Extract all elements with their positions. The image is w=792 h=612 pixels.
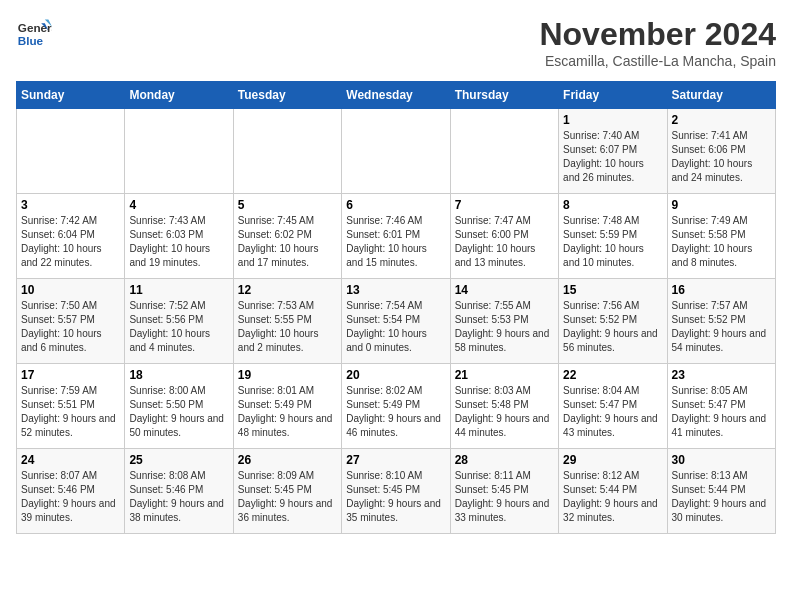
day-info: Sunrise: 7:46 AM Sunset: 6:01 PM Dayligh… <box>346 214 445 270</box>
calendar-cell: 19Sunrise: 8:01 AM Sunset: 5:49 PM Dayli… <box>233 364 341 449</box>
day-info: Sunrise: 8:11 AM Sunset: 5:45 PM Dayligh… <box>455 469 554 525</box>
calendar-cell: 5Sunrise: 7:45 AM Sunset: 6:02 PM Daylig… <box>233 194 341 279</box>
calendar-cell: 17Sunrise: 7:59 AM Sunset: 5:51 PM Dayli… <box>17 364 125 449</box>
calendar-week-row: 10Sunrise: 7:50 AM Sunset: 5:57 PM Dayli… <box>17 279 776 364</box>
calendar-cell: 21Sunrise: 8:03 AM Sunset: 5:48 PM Dayli… <box>450 364 558 449</box>
calendar-cell <box>17 109 125 194</box>
calendar-cell: 27Sunrise: 8:10 AM Sunset: 5:45 PM Dayli… <box>342 449 450 534</box>
calendar-cell: 28Sunrise: 8:11 AM Sunset: 5:45 PM Dayli… <box>450 449 558 534</box>
day-number: 2 <box>672 113 771 127</box>
day-info: Sunrise: 7:45 AM Sunset: 6:02 PM Dayligh… <box>238 214 337 270</box>
calendar-cell: 10Sunrise: 7:50 AM Sunset: 5:57 PM Dayli… <box>17 279 125 364</box>
calendar-header-row: SundayMondayTuesdayWednesdayThursdayFrid… <box>17 82 776 109</box>
calendar-week-row: 17Sunrise: 7:59 AM Sunset: 5:51 PM Dayli… <box>17 364 776 449</box>
day-number: 22 <box>563 368 662 382</box>
calendar-cell <box>125 109 233 194</box>
calendar-cell: 15Sunrise: 7:56 AM Sunset: 5:52 PM Dayli… <box>559 279 667 364</box>
calendar-cell: 14Sunrise: 7:55 AM Sunset: 5:53 PM Dayli… <box>450 279 558 364</box>
day-number: 24 <box>21 453 120 467</box>
calendar-cell: 29Sunrise: 8:12 AM Sunset: 5:44 PM Dayli… <box>559 449 667 534</box>
day-info: Sunrise: 8:01 AM Sunset: 5:49 PM Dayligh… <box>238 384 337 440</box>
month-title: November 2024 <box>539 16 776 53</box>
day-info: Sunrise: 8:04 AM Sunset: 5:47 PM Dayligh… <box>563 384 662 440</box>
day-info: Sunrise: 8:03 AM Sunset: 5:48 PM Dayligh… <box>455 384 554 440</box>
day-number: 20 <box>346 368 445 382</box>
day-number: 25 <box>129 453 228 467</box>
location-subtitle: Escamilla, Castille-La Mancha, Spain <box>539 53 776 69</box>
svg-text:Blue: Blue <box>18 34 44 47</box>
day-info: Sunrise: 8:13 AM Sunset: 5:44 PM Dayligh… <box>672 469 771 525</box>
calendar-cell: 9Sunrise: 7:49 AM Sunset: 5:58 PM Daylig… <box>667 194 775 279</box>
day-info: Sunrise: 8:08 AM Sunset: 5:46 PM Dayligh… <box>129 469 228 525</box>
day-number: 17 <box>21 368 120 382</box>
day-info: Sunrise: 7:54 AM Sunset: 5:54 PM Dayligh… <box>346 299 445 355</box>
day-number: 6 <box>346 198 445 212</box>
day-info: Sunrise: 7:42 AM Sunset: 6:04 PM Dayligh… <box>21 214 120 270</box>
day-number: 4 <box>129 198 228 212</box>
day-info: Sunrise: 7:47 AM Sunset: 6:00 PM Dayligh… <box>455 214 554 270</box>
calendar-cell: 11Sunrise: 7:52 AM Sunset: 5:56 PM Dayli… <box>125 279 233 364</box>
day-number: 30 <box>672 453 771 467</box>
day-header-wednesday: Wednesday <box>342 82 450 109</box>
day-info: Sunrise: 7:48 AM Sunset: 5:59 PM Dayligh… <box>563 214 662 270</box>
day-info: Sunrise: 7:49 AM Sunset: 5:58 PM Dayligh… <box>672 214 771 270</box>
calendar-cell: 25Sunrise: 8:08 AM Sunset: 5:46 PM Dayli… <box>125 449 233 534</box>
day-number: 10 <box>21 283 120 297</box>
calendar-week-row: 1Sunrise: 7:40 AM Sunset: 6:07 PM Daylig… <box>17 109 776 194</box>
calendar-cell: 23Sunrise: 8:05 AM Sunset: 5:47 PM Dayli… <box>667 364 775 449</box>
calendar-cell: 16Sunrise: 7:57 AM Sunset: 5:52 PM Dayli… <box>667 279 775 364</box>
day-header-tuesday: Tuesday <box>233 82 341 109</box>
day-info: Sunrise: 7:59 AM Sunset: 5:51 PM Dayligh… <box>21 384 120 440</box>
calendar-cell: 18Sunrise: 8:00 AM Sunset: 5:50 PM Dayli… <box>125 364 233 449</box>
day-number: 11 <box>129 283 228 297</box>
day-header-sunday: Sunday <box>17 82 125 109</box>
calendar-cell: 3Sunrise: 7:42 AM Sunset: 6:04 PM Daylig… <box>17 194 125 279</box>
day-header-saturday: Saturday <box>667 82 775 109</box>
page-header: General Blue November 2024 Escamilla, Ca… <box>16 16 776 69</box>
day-info: Sunrise: 7:53 AM Sunset: 5:55 PM Dayligh… <box>238 299 337 355</box>
day-number: 29 <box>563 453 662 467</box>
day-number: 19 <box>238 368 337 382</box>
day-info: Sunrise: 8:07 AM Sunset: 5:46 PM Dayligh… <box>21 469 120 525</box>
logo: General Blue <box>16 16 52 52</box>
day-number: 14 <box>455 283 554 297</box>
day-header-friday: Friday <box>559 82 667 109</box>
day-number: 26 <box>238 453 337 467</box>
day-info: Sunrise: 8:02 AM Sunset: 5:49 PM Dayligh… <box>346 384 445 440</box>
day-info: Sunrise: 8:05 AM Sunset: 5:47 PM Dayligh… <box>672 384 771 440</box>
day-info: Sunrise: 7:56 AM Sunset: 5:52 PM Dayligh… <box>563 299 662 355</box>
day-info: Sunrise: 7:50 AM Sunset: 5:57 PM Dayligh… <box>21 299 120 355</box>
day-header-thursday: Thursday <box>450 82 558 109</box>
day-info: Sunrise: 8:09 AM Sunset: 5:45 PM Dayligh… <box>238 469 337 525</box>
day-info: Sunrise: 8:10 AM Sunset: 5:45 PM Dayligh… <box>346 469 445 525</box>
calendar-week-row: 24Sunrise: 8:07 AM Sunset: 5:46 PM Dayli… <box>17 449 776 534</box>
day-number: 8 <box>563 198 662 212</box>
day-info: Sunrise: 7:57 AM Sunset: 5:52 PM Dayligh… <box>672 299 771 355</box>
day-number: 18 <box>129 368 228 382</box>
day-number: 12 <box>238 283 337 297</box>
calendar-cell: 1Sunrise: 7:40 AM Sunset: 6:07 PM Daylig… <box>559 109 667 194</box>
day-header-monday: Monday <box>125 82 233 109</box>
day-number: 9 <box>672 198 771 212</box>
day-number: 21 <box>455 368 554 382</box>
day-info: Sunrise: 7:43 AM Sunset: 6:03 PM Dayligh… <box>129 214 228 270</box>
day-info: Sunrise: 8:00 AM Sunset: 5:50 PM Dayligh… <box>129 384 228 440</box>
calendar-cell <box>233 109 341 194</box>
day-info: Sunrise: 7:41 AM Sunset: 6:06 PM Dayligh… <box>672 129 771 185</box>
calendar-cell <box>450 109 558 194</box>
calendar-cell: 12Sunrise: 7:53 AM Sunset: 5:55 PM Dayli… <box>233 279 341 364</box>
calendar-cell: 24Sunrise: 8:07 AM Sunset: 5:46 PM Dayli… <box>17 449 125 534</box>
calendar-cell: 4Sunrise: 7:43 AM Sunset: 6:03 PM Daylig… <box>125 194 233 279</box>
day-number: 28 <box>455 453 554 467</box>
calendar-cell: 13Sunrise: 7:54 AM Sunset: 5:54 PM Dayli… <box>342 279 450 364</box>
calendar-table: SundayMondayTuesdayWednesdayThursdayFrid… <box>16 81 776 534</box>
title-area: November 2024 Escamilla, Castille-La Man… <box>539 16 776 69</box>
day-number: 16 <box>672 283 771 297</box>
day-number: 13 <box>346 283 445 297</box>
calendar-cell <box>342 109 450 194</box>
day-number: 27 <box>346 453 445 467</box>
day-info: Sunrise: 7:52 AM Sunset: 5:56 PM Dayligh… <box>129 299 228 355</box>
calendar-cell: 26Sunrise: 8:09 AM Sunset: 5:45 PM Dayli… <box>233 449 341 534</box>
calendar-cell: 2Sunrise: 7:41 AM Sunset: 6:06 PM Daylig… <box>667 109 775 194</box>
day-number: 7 <box>455 198 554 212</box>
